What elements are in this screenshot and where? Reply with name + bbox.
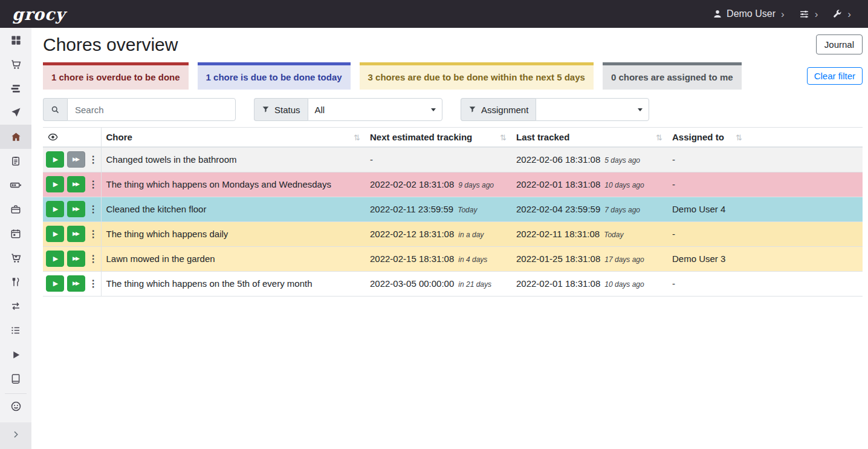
skip-chore-button: ▶▶: [67, 151, 85, 168]
track-chore-button[interactable]: ▶: [46, 151, 64, 168]
sidebar-item-chore-tracking[interactable]: [0, 342, 31, 367]
header-last-tracked[interactable]: Last tracked⇅: [511, 128, 667, 148]
status-filter-label: Status: [254, 98, 308, 121]
assignment-filter-label: Assignment: [461, 98, 536, 121]
banner-due-soon[interactable]: 3 chores are due to be done within the n…: [360, 62, 594, 90]
last-tracked-cell: 2022-02-06 18:31:085 days ago: [511, 147, 667, 172]
status-select[interactable]: All: [308, 98, 442, 121]
search-group: [43, 98, 236, 121]
sidebar-item-purchase[interactable]: [0, 246, 31, 270]
sort-icon: ⇅: [354, 133, 360, 142]
last-tracked-cell: 2022-01-25 18:31:0817 days ago: [511, 246, 667, 271]
sliders-icon: [799, 9, 809, 19]
assigned-to-cell: -: [667, 221, 747, 246]
header-chore[interactable]: Chore⇅: [101, 128, 365, 148]
status-filter-group: Status All: [254, 98, 442, 121]
eye-icon: [48, 132, 96, 142]
clear-filter-button[interactable]: Clear filter: [807, 67, 863, 85]
user-menu[interactable]: Demo User ›: [713, 8, 785, 19]
sidebar-spacer: [0, 418, 31, 422]
user-menu-label: Demo User: [727, 8, 776, 19]
page-title: Chores overview: [43, 34, 178, 55]
assigned-to-cell: Demo User 4: [667, 197, 747, 221]
chore-name: Cleaned the kitchen floor: [101, 197, 365, 221]
sidebar-item-transfer[interactable]: [0, 294, 31, 318]
clipboard-list-icon: [10, 156, 21, 166]
row-menu-button[interactable]: ⋮: [88, 226, 99, 242]
sidebar-item-meal-plan[interactable]: [0, 100, 31, 125]
list-icon: [10, 325, 21, 336]
track-chore-button[interactable]: ▶: [46, 176, 64, 192]
filter-row: Status All Assignment: [43, 98, 863, 121]
column-visibility-header[interactable]: [43, 128, 101, 148]
sort-icon: ⇅: [656, 133, 662, 142]
stream-icon: [10, 83, 22, 94]
sidebar-expand-toggle[interactable]: [0, 422, 31, 449]
row-menu-button[interactable]: ⋮: [88, 251, 99, 267]
sidebar-item-stream[interactable]: [0, 76, 31, 100]
track-chore-button[interactable]: ▶: [46, 226, 64, 242]
chore-name: Lawn mowed in the garden: [101, 246, 365, 271]
sidebar: [0, 28, 31, 449]
track-chore-button[interactable]: ▶: [46, 201, 64, 217]
paper-plane-icon: [10, 107, 21, 118]
skip-chore-button[interactable]: ▶▶: [67, 251, 85, 267]
sidebar-item-equipment[interactable]: [0, 197, 31, 221]
cart-plus-icon: [10, 252, 22, 264]
row-menu-button[interactable]: ⋮: [88, 176, 99, 192]
main-content: Chores overview Journal 1 chore is overd…: [31, 28, 868, 449]
play-icon: [11, 350, 21, 360]
admin-menu[interactable]: ›: [832, 9, 851, 19]
search-input[interactable]: [67, 98, 236, 121]
sidebar-item-chores[interactable]: [0, 125, 31, 149]
sidebar-item-shopping-list[interactable]: [0, 52, 31, 76]
next-tracking-cell: 2022-02-12 18:31:08in a day: [365, 221, 511, 246]
next-tracking-cell: 2022-02-11 23:59:59Today: [365, 197, 511, 221]
row-menu-button[interactable]: ⋮: [88, 151, 99, 168]
table-row: ▶ ▶▶ ⋮ The thing which happens on Monday…: [43, 172, 863, 197]
assignment-filter-group: Assignment: [461, 98, 649, 121]
skip-chore-button[interactable]: ▶▶: [67, 201, 85, 217]
header-assigned-to[interactable]: Assigned to⇅: [667, 128, 747, 148]
skip-chore-button[interactable]: ▶▶: [67, 226, 85, 242]
skip-chore-button[interactable]: ▶▶: [67, 176, 85, 192]
filter-icon: [262, 105, 270, 115]
banner-overdue[interactable]: 1 chore is overdue to be done: [43, 62, 189, 90]
settings-menu[interactable]: ›: [799, 9, 818, 19]
row-menu-button[interactable]: ⋮: [88, 201, 99, 217]
sidebar-item-inventory[interactable]: [0, 318, 31, 342]
chore-name: The thing which happens daily: [101, 221, 365, 246]
track-chore-button[interactable]: ▶: [46, 251, 64, 267]
next-tracking-cell: 2022-03-05 00:00:00in 21 days: [365, 271, 511, 296]
status-banners: 1 chore is overdue to be done 1 chore is…: [43, 62, 863, 90]
home-icon: [10, 131, 22, 143]
assignment-select[interactable]: [536, 98, 649, 121]
sidebar-item-tasks[interactable]: [0, 149, 31, 173]
last-tracked-cell: 2022-02-04 23:59:597 days ago: [511, 197, 667, 221]
header-next-tracking[interactable]: Next estimated tracking⇅: [365, 128, 511, 148]
track-chore-button[interactable]: ▶: [46, 275, 64, 292]
journal-button[interactable]: Journal: [816, 34, 863, 54]
app-logo[interactable]: grocy: [12, 5, 65, 24]
chore-name: Changed towels in the bathroom: [101, 147, 365, 172]
banner-assigned-to-me[interactable]: 0 chores are assigned to me: [603, 62, 742, 90]
sidebar-item-userentities[interactable]: [0, 394, 31, 418]
topbar-menu: Demo User › › ›: [713, 8, 851, 19]
next-tracking-cell: -: [365, 147, 511, 172]
skip-chore-button[interactable]: ▶▶: [67, 275, 85, 292]
chevron-right-icon: ›: [846, 9, 851, 19]
chevron-right-icon: ›: [780, 9, 785, 19]
table-row: ▶ ▶▶ ⋮ Lawn mowed in the garden 2022-02-…: [43, 246, 863, 271]
table-row: ▶ ▶▶ ⋮ The thing which happens daily 202…: [43, 221, 863, 246]
sidebar-item-calendar[interactable]: [0, 221, 31, 246]
row-menu-button[interactable]: ⋮: [88, 275, 99, 292]
wrench-icon: [832, 9, 842, 19]
sidebar-item-recipes[interactable]: [0, 367, 31, 391]
table-row: ▶ ▶▶ ⋮ Changed towels in the bathroom - …: [43, 147, 863, 172]
shopping-cart-icon: [10, 59, 22, 70]
banner-due-today[interactable]: 1 chore is due to be done today: [198, 62, 351, 90]
sidebar-item-dashboard[interactable]: [0, 28, 31, 52]
sidebar-item-consume[interactable]: [0, 270, 31, 294]
chore-name: The thing which happens on Mondays and W…: [101, 172, 365, 197]
sidebar-item-batteries[interactable]: [0, 173, 31, 197]
